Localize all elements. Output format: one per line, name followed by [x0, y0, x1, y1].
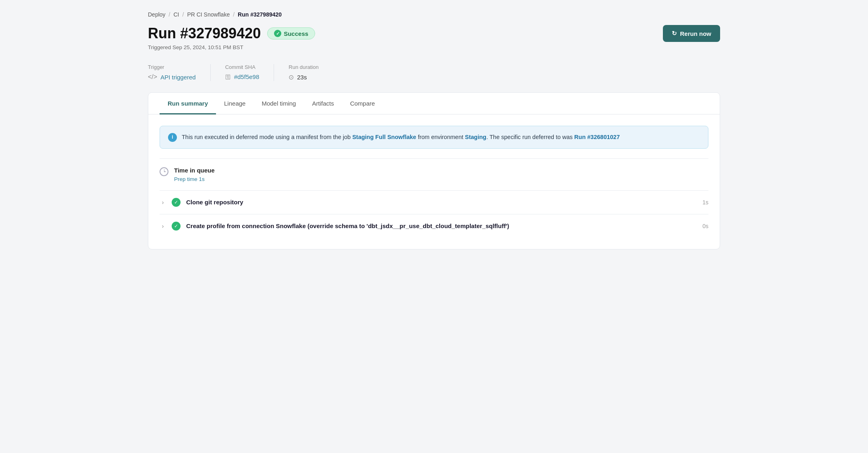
meta-commit: Commit SHA ⚿ #d5f5e98: [225, 64, 274, 81]
tab-compare[interactable]: Compare: [342, 93, 383, 114]
info-link-staging-full-snowflake[interactable]: Staging Full Snowflake: [352, 134, 416, 140]
rerun-button[interactable]: ↻ Rerun now: [663, 25, 721, 42]
info-banner: i This run executed in deferred mode usi…: [160, 126, 708, 149]
code-icon: </>: [148, 73, 157, 81]
run-header: Run #327989420 ✓ Success Triggered Sep 2…: [148, 25, 720, 62]
prep-time-link[interactable]: Prep time 1s: [174, 176, 205, 182]
meta-row: Trigger </> API triggered Commit SHA ⚿ #…: [148, 64, 720, 81]
status-badge: ✓ Success: [267, 27, 315, 39]
meta-duration: Run duration ⊙ 23s: [289, 64, 333, 81]
info-text-after: . The specific run deferred to was: [486, 134, 574, 140]
breadcrumb-current: Run #327989420: [238, 11, 282, 18]
meta-trigger: Trigger </> API triggered: [148, 64, 211, 81]
duration-label: Run duration: [289, 64, 318, 70]
step-duration: 1s: [702, 199, 708, 206]
breadcrumb: Deploy / CI / PR CI Snowflake / Run #327…: [148, 11, 720, 18]
tab-model-timing[interactable]: Model timing: [253, 93, 304, 114]
check-icon: ✓: [274, 30, 281, 37]
breadcrumb-pr-ci-snowflake[interactable]: PR CI Snowflake: [187, 11, 230, 18]
rerun-icon: ↻: [672, 30, 677, 37]
step-duration: 0s: [702, 223, 708, 229]
step-success-icon: ✓: [172, 198, 181, 207]
step-label: Create profile from connection Snowflake…: [186, 222, 697, 229]
duration-value: 23s: [297, 74, 307, 81]
info-icon: i: [168, 133, 177, 142]
steps-section: Time in queue Prep time 1s › ✓ Clone git…: [160, 158, 708, 238]
table-row: › ✓ Create profile from connection Snowf…: [160, 214, 708, 238]
info-link-run-deferred[interactable]: Run #326801027: [574, 134, 620, 140]
main-card: Run summary Lineage Model timing Artifac…: [148, 92, 720, 249]
chevron-right-icon[interactable]: ›: [160, 223, 166, 229]
tabs: Run summary Lineage Model timing Artifac…: [148, 93, 720, 114]
info-text-middle: from environment: [416, 134, 465, 140]
rerun-label: Rerun now: [680, 30, 712, 37]
info-banner-text: This run executed in deferred mode using…: [182, 133, 620, 142]
table-row: › ✓ Clone git repository 1s: [160, 190, 708, 214]
step-success-icon: ✓: [172, 222, 181, 231]
card-body: i This run executed in deferred mode usi…: [148, 114, 720, 249]
run-triggered: Triggered Sep 25, 2024, 10:51 PM BST: [148, 44, 315, 50]
commit-value[interactable]: #d5f5e98: [234, 73, 260, 80]
tab-artifacts[interactable]: Artifacts: [304, 93, 342, 114]
tab-lineage[interactable]: Lineage: [216, 93, 253, 114]
time-in-queue: Time in queue Prep time 1s: [160, 167, 708, 190]
breadcrumb-deploy[interactable]: Deploy: [148, 11, 166, 18]
step-label: Clone git repository: [186, 199, 697, 206]
breadcrumb-ci[interactable]: CI: [173, 11, 179, 18]
trigger-label: Trigger: [148, 64, 196, 70]
trigger-value[interactable]: API triggered: [160, 74, 196, 81]
time-queue-title: Time in queue: [174, 167, 215, 174]
info-link-staging[interactable]: Staging: [465, 134, 486, 140]
chevron-right-icon[interactable]: ›: [160, 199, 166, 206]
key-icon: ⚿: [225, 74, 231, 80]
run-title: Run #327989420: [148, 25, 261, 42]
time-queue-clock-icon: [160, 167, 168, 176]
tab-run-summary[interactable]: Run summary: [160, 93, 216, 114]
commit-label: Commit SHA: [225, 64, 260, 70]
duration-clock-icon: ⊙: [289, 73, 294, 81]
info-text-before: This run executed in deferred mode using…: [182, 134, 352, 140]
status-label: Success: [284, 30, 308, 37]
